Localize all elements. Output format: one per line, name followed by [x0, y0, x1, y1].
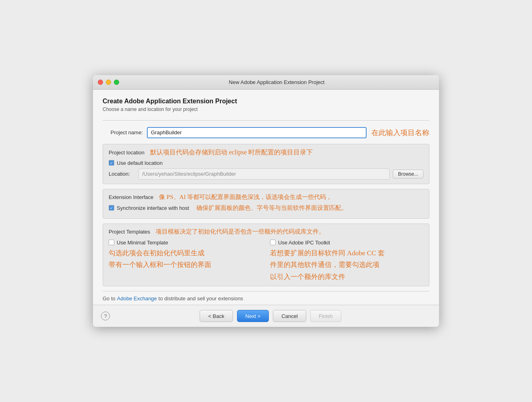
project-name-row: Project name: 在此输入项目名称 — [103, 127, 429, 138]
minimize-button[interactable] — [106, 80, 111, 85]
templates-label: Project Templates — [109, 229, 150, 235]
templates-header: Project Templates 项目模板决定了初始化代码是否包含一些额外的代… — [109, 228, 423, 236]
ipc-toolkit-label: Use Adobe IPC Toolkit — [278, 240, 330, 246]
page-subtitle: Choose a name and location for your proj… — [103, 107, 429, 112]
page-title: Create Adobe Application Extension Proje… — [103, 98, 429, 105]
project-name-handwriting: 在此输入项目名称 — [371, 128, 429, 137]
maximize-button[interactable] — [114, 80, 119, 85]
minimal-template-hw1: 勾选此项会在初始化代码里生成 — [109, 248, 262, 258]
location-input[interactable] — [138, 168, 390, 180]
ipc-toolkit-checkbox[interactable] — [270, 240, 276, 245]
back-button[interactable]: < Back — [200, 310, 233, 322]
ipc-toolkit-hw3: 以引入一个额外的库文件 — [270, 272, 423, 282]
sync-interface-handwriting: 确保扩展面板的颜色、字号等与当前软件界面设置匹配。 — [196, 204, 347, 212]
help-button[interactable]: ? — [101, 312, 110, 320]
ipc-toolkit-col: Use Adobe IPC Toolkit 若想要扩展的目标软件同 Adobe … — [270, 240, 423, 282]
divider — [103, 120, 429, 121]
cancel-button[interactable]: Cancel — [273, 310, 306, 322]
use-default-location-label: Use default location — [117, 160, 163, 166]
ipc-toolkit-hw1: 若想要扩展的目标软件同 Adobe CC 套 — [270, 248, 423, 258]
templates-handwriting: 项目模板决定了初始化代码是否包含一些额外的代码或库文件。 — [156, 228, 325, 236]
use-default-location-checkbox[interactable]: ✓ — [109, 160, 114, 166]
bottom-note-suffix: to distribute and sell your extensions — [159, 295, 243, 302]
minimal-template-row: Use Minimal Template — [109, 240, 262, 246]
minimal-template-checkbox[interactable] — [109, 240, 114, 245]
extension-interface-label: Extension Interface — [109, 194, 153, 200]
bottom-note-prefix: Go to — [103, 295, 115, 302]
footer-buttons: < Back Next > Cancel Finish — [110, 310, 431, 322]
sync-interface-label: Synchronize interface with host — [117, 205, 189, 211]
project-name-input[interactable] — [147, 127, 367, 138]
location-handwriting: 默认项目代码会存储到启动 eclipse 时所配置的项目目录下 — [150, 148, 313, 157]
next-button[interactable]: Next > — [237, 310, 269, 322]
minimal-template-label: Use Minimal Template — [117, 240, 168, 246]
location-label: Location: — [109, 171, 135, 177]
templates-grid: Use Minimal Template 勾选此项会在初始化代码里生成 带有一个… — [109, 240, 423, 282]
dialog-content: Create Adobe Application Extension Proje… — [93, 90, 439, 305]
footer-left: ? — [101, 312, 110, 320]
extension-interface-handwriting: 像 PS、AI 等都可以配置界面颜色深浅，该选项会生成一些代码， — [159, 193, 332, 201]
window-title: New Adobe Application Extension Project — [119, 79, 434, 85]
project-name-label: Project name: — [103, 129, 147, 135]
project-location-section: Project location 默认项目代码会存储到启动 eclipse 时所… — [103, 144, 429, 184]
location-section-header: Project location 默认项目代码会存储到启动 eclipse 时所… — [109, 148, 423, 157]
finish-button[interactable]: Finish — [310, 310, 341, 322]
bottom-note: Go to Adobe Exchange to distribute and s… — [103, 291, 429, 305]
use-default-location-row: ✓ Use default location — [109, 160, 423, 166]
location-row: Location: Browse... — [109, 168, 423, 180]
traffic-lights — [98, 80, 119, 85]
browse-button[interactable]: Browse... — [393, 170, 423, 178]
minimal-template-hw2: 带有一个输入框和一个按钮的界面 — [109, 260, 262, 270]
project-templates-section: Project Templates 项目模板决定了初始化代码是否包含一些额外的代… — [103, 224, 429, 287]
extension-interface-header: Extension Interface 像 PS、AI 等都可以配置界面颜色深浅… — [109, 193, 423, 201]
minimal-template-col: Use Minimal Template 勾选此项会在初始化代码里生成 带有一个… — [109, 240, 262, 282]
close-button[interactable] — [98, 80, 103, 85]
sync-interface-row: ✓ Synchronize interface with host 确保扩展面板… — [109, 204, 423, 212]
title-bar: New Adobe Application Extension Project — [93, 75, 439, 90]
adobe-exchange-link[interactable]: Adobe Exchange — [117, 295, 157, 302]
extension-interface-section: Extension Interface 像 PS、AI 等都可以配置界面颜色深浅… — [103, 189, 429, 219]
dialog-window: New Adobe Application Extension Project … — [93, 75, 439, 327]
project-location-label: Project location — [109, 150, 144, 156]
ipc-toolkit-hw2: 件里的其他软件通信，需要勾选此项 — [270, 260, 423, 270]
dialog-footer: ? < Back Next > Cancel Finish — [93, 305, 439, 327]
sync-interface-checkbox[interactable]: ✓ — [109, 205, 114, 211]
ipc-toolkit-row: Use Adobe IPC Toolkit — [270, 240, 423, 246]
